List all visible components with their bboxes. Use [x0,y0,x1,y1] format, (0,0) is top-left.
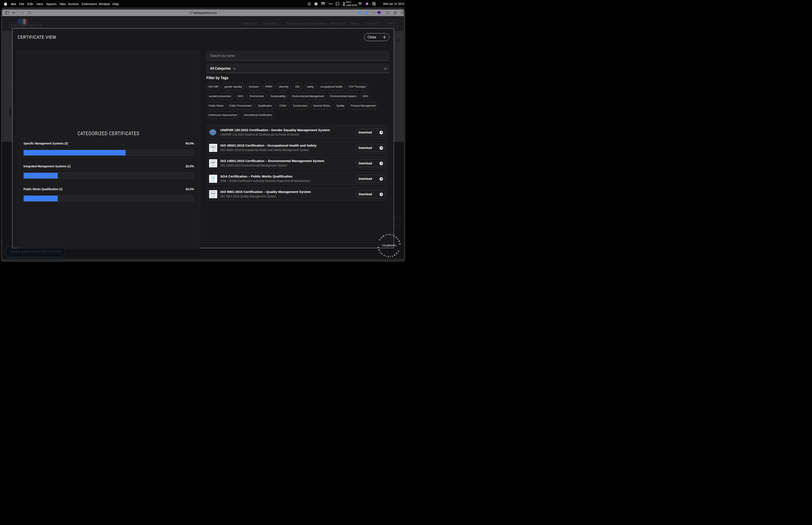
svg-text:Nr. IT-394-9001: Nr. IT-394-9001 [212,196,215,196]
svg-text:TTIC: TTIC [212,166,214,166]
svg-text:UO: UO [387,12,389,13]
svg-text:TTIC: TTIC [212,150,214,151]
svg-text:SRL: SRL [396,245,398,246]
svg-text:CERTIFIED: CERTIFIED [211,130,215,131]
svg-text:SOA: SOA [212,181,214,182]
svg-text:TÜV Thüringen Italia: TÜV Thüringen Italia [210,161,216,161]
svg-text:Nr. IT-394-45001: Nr. IT-394-45001 [212,150,215,150]
svg-text:Nr. IT-394-14001: Nr. IT-394-14001 [212,165,215,165]
svg-text:TÜV Thüringen Italia: TÜV Thüringen Italia [210,192,216,192]
svg-text:CERTIFIED: CERTIFIED [211,134,215,135]
svg-text:PDR 125:2022: PDR 125:2022 [210,132,216,133]
svg-text:ITALIMPIANTI: ITALIMPIANTI [382,244,396,247]
svg-text:TTIC: TTIC [212,196,214,197]
svg-text:18: 18 [380,13,382,14]
svg-text:TÜV Thüringen Italia: TÜV Thüringen Italia [210,145,216,146]
